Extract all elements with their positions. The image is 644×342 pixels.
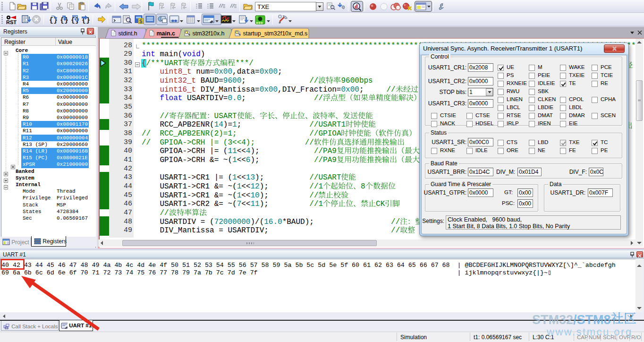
svg-text:d: d [355,3,358,10]
svg-text:S: S [139,19,143,24]
svg-text:RST: RST [6,19,17,25]
